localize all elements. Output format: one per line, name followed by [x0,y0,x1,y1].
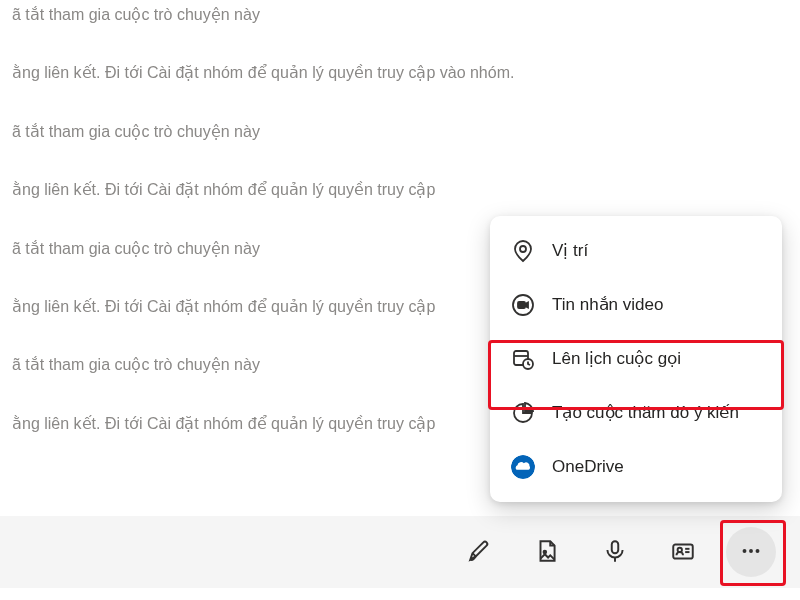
svg-rect-10 [673,544,693,558]
contact-card-icon [670,538,696,567]
file-image-icon [534,538,560,567]
message-line: ằng liên kết. Đi tới Cài đặt nhóm để quả… [12,58,788,88]
svg-point-15 [749,549,753,553]
more-options-button[interactable] [726,527,776,577]
menu-item-create-poll[interactable]: Tạo cuộc thăm dò ý kiến [490,386,782,440]
onedrive-icon [510,454,536,480]
menu-item-label: Tạo cuộc thăm dò ý kiến [552,402,762,424]
message-line: ã tắt tham gia cuộc trò chuyện này [12,117,788,147]
menu-item-video-message[interactable]: Tin nhắn video [490,278,782,332]
message-line: ằng liên kết. Đi tới Cài đặt nhóm để quả… [12,175,788,205]
menu-item-label: Tin nhắn video [552,294,762,316]
message-line: ã tắt tham gia cuộc trò chuyện này [12,0,788,30]
menu-item-schedule-call[interactable]: Lên lịch cuộc gọi [490,332,782,386]
menu-item-label: Lên lịch cuộc gọi [552,348,762,370]
svg-point-14 [743,549,747,553]
format-button[interactable] [454,527,504,577]
pie-chart-icon [510,400,536,426]
location-pin-icon [510,238,536,264]
microphone-icon [602,538,628,567]
svg-rect-2 [518,302,525,308]
menu-item-onedrive[interactable]: OneDrive [490,440,782,494]
contact-card-button[interactable] [658,527,708,577]
svg-point-16 [756,549,760,553]
video-message-icon [510,292,536,318]
composer-bar [0,516,800,588]
dots-horizontal-icon [738,538,764,567]
calendar-clock-icon [510,346,536,372]
menu-item-location[interactable]: Vị trí [490,224,782,278]
voice-message-button[interactable] [590,527,640,577]
menu-item-label: OneDrive [552,456,762,478]
menu-item-label: Vị trí [552,240,762,262]
svg-point-0 [520,246,526,252]
svg-rect-8 [612,541,619,553]
more-options-menu: Vị trí Tin nhắn video Lên lịch cuộc gọi [490,216,782,502]
pen-icon [466,538,492,567]
attach-file-button[interactable] [522,527,572,577]
